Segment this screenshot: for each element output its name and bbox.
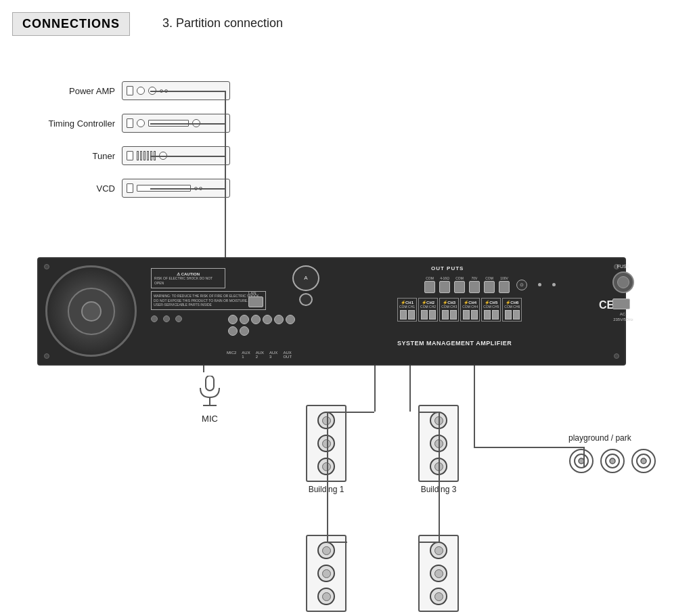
ch4-label: ⚡CH4 bbox=[464, 300, 476, 305]
amp-speaker-cone bbox=[45, 265, 137, 357]
out-terminal2 bbox=[439, 281, 450, 293]
ch4-t1 bbox=[463, 310, 470, 320]
b2-s2-inner bbox=[322, 569, 331, 578]
pl-speaker2 bbox=[430, 565, 447, 582]
ch6-t1 bbox=[505, 310, 512, 320]
park-text: playground / park bbox=[568, 433, 656, 443]
ch2-sub: COM CH2 bbox=[420, 305, 436, 309]
channel-strips: ⚡CH1 COM CH1 ⚡CH2 COM CH2 ⚡CH3 COM CH3 bbox=[397, 298, 522, 322]
wire-ch1-h2 bbox=[327, 542, 347, 543]
wire-ch3-h2 bbox=[418, 542, 439, 543]
ch1-block: ⚡CH1 COM CH1 bbox=[397, 298, 417, 322]
ch2-terminals bbox=[421, 310, 436, 320]
horn-speaker1 bbox=[568, 448, 594, 474]
ch5-block: ⚡CH5 COM CH5 bbox=[481, 298, 501, 322]
aux-port1 bbox=[228, 315, 238, 324]
line4 bbox=[147, 151, 149, 160]
b1-s3-inner bbox=[322, 462, 331, 471]
warning-text: WARNING: TO REDUCE THE RISK OF FIRE OR E… bbox=[154, 294, 263, 307]
ch6-sub: COM CH6 bbox=[504, 305, 520, 309]
knob1 bbox=[151, 315, 158, 322]
out-col3-label: COM bbox=[455, 276, 464, 280]
circle-icon bbox=[137, 87, 145, 95]
ammeter-circle: A bbox=[292, 265, 319, 291]
caution-title: ⚠ CAUTION bbox=[154, 271, 222, 276]
b2-speaker2 bbox=[317, 565, 335, 582]
speaker-cone-center bbox=[81, 301, 102, 322]
header-subtitle: 3. Partition connection bbox=[162, 16, 283, 30]
aux2-label: AUX 2 bbox=[256, 351, 264, 359]
ac-label: AC-235V/50Hz bbox=[612, 311, 634, 323]
b1-speaker1 bbox=[317, 412, 335, 429]
horn-speakers-row bbox=[568, 448, 656, 474]
wire-tuner-h bbox=[150, 156, 225, 157]
b1-speaker2 bbox=[317, 435, 335, 452]
ch1-sub: COM CH1 bbox=[399, 305, 415, 309]
aux-port8 bbox=[240, 326, 249, 336]
line1 bbox=[137, 151, 139, 160]
b2-s1-inner bbox=[322, 546, 331, 555]
horn-speaker2 bbox=[600, 448, 625, 474]
b1-s2-inner bbox=[322, 439, 331, 448]
wire-vcd-h bbox=[150, 188, 225, 190]
port-icon bbox=[127, 86, 133, 95]
pl-s2-inner bbox=[434, 569, 443, 578]
knob2 bbox=[163, 315, 170, 322]
ch6-t2 bbox=[513, 310, 520, 320]
port-icon bbox=[127, 183, 133, 193]
out-col5: COM bbox=[484, 276, 495, 293]
wire-sources-v bbox=[225, 91, 226, 264]
building2-box bbox=[306, 535, 346, 612]
out-terminal6 bbox=[499, 281, 510, 293]
line2 bbox=[140, 151, 142, 160]
connections-header: CONNECTIONS bbox=[12, 12, 130, 36]
wire-ch5-v2 bbox=[583, 447, 585, 467]
wire-timing-h bbox=[150, 123, 225, 125]
port-icon bbox=[127, 151, 133, 160]
out-col6: 100V bbox=[499, 276, 510, 293]
ch2-label: ⚡CH2 bbox=[422, 300, 434, 305]
ch2-t1 bbox=[421, 310, 428, 320]
ch3-block: ⚡CH3 COM CH3 bbox=[439, 298, 459, 322]
b2-speaker1 bbox=[317, 542, 335, 559]
b1-speaker3 bbox=[317, 458, 335, 475]
ch1-terminals bbox=[400, 310, 415, 320]
meter-area: A bbox=[289, 265, 323, 306]
svg-rect-0 bbox=[206, 376, 214, 391]
building1-box bbox=[306, 405, 346, 482]
ch5-t1 bbox=[484, 310, 491, 320]
wire-poweramp-h bbox=[150, 91, 225, 92]
out-col2-label: 4-16Ω bbox=[440, 276, 449, 280]
screw-br bbox=[614, 353, 619, 359]
ch5-sub: COM CH5 bbox=[483, 305, 499, 309]
vcd-label: VCD bbox=[41, 183, 115, 194]
ch3-t2 bbox=[450, 310, 457, 320]
header-title: CONNECTIONS bbox=[22, 17, 120, 30]
ch3-sub: COM CH3 bbox=[441, 305, 457, 309]
ammeter-label: A bbox=[304, 275, 307, 281]
screw-bl bbox=[44, 353, 49, 359]
ch5-terminals bbox=[484, 310, 499, 320]
mic-label: MIC bbox=[196, 414, 223, 424]
pl-s3-inner bbox=[434, 592, 443, 601]
out-terminal3 bbox=[454, 281, 465, 293]
knob3 bbox=[175, 315, 182, 322]
ch4-block: ⚡CH4 COM CH4 bbox=[460, 298, 480, 322]
out-col1: COM bbox=[424, 276, 435, 293]
b2-speaker3 bbox=[317, 588, 335, 605]
aux-ports bbox=[228, 315, 296, 336]
auxout-label: AUX OUT bbox=[283, 351, 292, 359]
park-label: playground / park bbox=[568, 433, 656, 474]
b2-s3-inner bbox=[322, 592, 331, 601]
ch6-block: ⚡CH6 COM CH6 bbox=[502, 298, 522, 322]
aux-port5 bbox=[274, 315, 284, 324]
wire-ch1-v2 bbox=[327, 412, 328, 542]
mic-area: MIC bbox=[196, 376, 223, 424]
mic2-label: MIC2 bbox=[227, 351, 236, 359]
ch6-terminals bbox=[505, 310, 520, 320]
mic-wire-v bbox=[203, 366, 204, 372]
aux1-label: AUX 1 bbox=[242, 351, 250, 359]
outputs-label: OUT PUTS bbox=[431, 265, 464, 271]
port-labels-row: MIC2 AUX 1 AUX 2 AUX 3 AUX OUT bbox=[227, 351, 292, 359]
ch4-terminals bbox=[463, 310, 478, 320]
